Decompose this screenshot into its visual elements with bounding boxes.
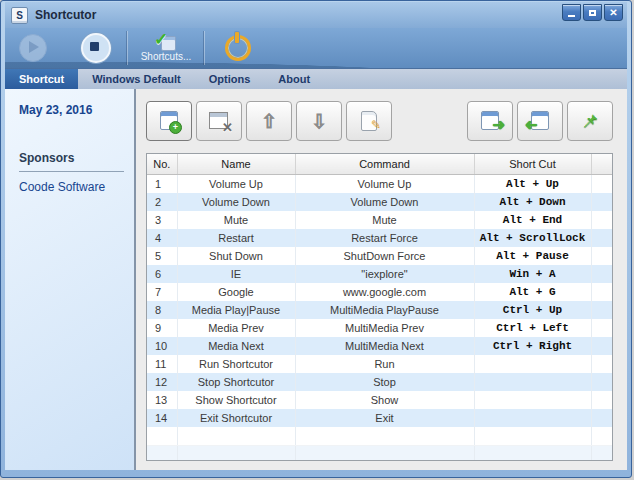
table-row[interactable]: 7Googlewww.google.comAlt + G — [147, 283, 613, 301]
stop-button[interactable] — [81, 33, 111, 63]
delete-icon: ✕ — [208, 111, 230, 131]
edit-shortcut-button[interactable]: ✎ — [346, 101, 392, 141]
row-command: Volume Down — [295, 193, 474, 211]
play-button[interactable] — [19, 34, 47, 62]
row-name: Shut Down — [177, 247, 295, 265]
export-button[interactable]: ➜ — [467, 101, 513, 141]
table-row[interactable]: 5Shut DownShutDown ForceAlt + Pause — [147, 247, 613, 265]
tab-about[interactable]: About — [264, 69, 324, 89]
power-icon — [235, 32, 239, 43]
row-shortcut — [474, 391, 591, 409]
table-row[interactable]: 13Show ShortcutorShow — [147, 391, 613, 409]
row-command: Exit — [295, 409, 474, 427]
row-command: Run — [295, 355, 474, 373]
pin-icon: 📌︎ — [581, 111, 599, 132]
table-row[interactable]: 6IE"iexplore"Win + A — [147, 265, 613, 283]
import-button[interactable]: ➜ — [517, 101, 563, 141]
row-extra — [591, 355, 613, 373]
pin-button[interactable]: 📌︎ — [567, 101, 613, 141]
edit-button-group: + ✕ ⇧ ⇩ ✎ — [146, 101, 392, 141]
header-no: No. — [147, 154, 177, 175]
row-extra — [591, 229, 613, 247]
close-icon: ✕ — [609, 7, 617, 18]
row-no: 13 — [147, 391, 177, 409]
io-button-group: ➜ ➜ 📌︎ — [467, 101, 613, 141]
table-row[interactable]: 12Stop ShortcutorStop — [147, 373, 613, 391]
table-row[interactable]: 2Volume DownVolume DownAlt + Down — [147, 193, 613, 211]
empty-row — [147, 427, 613, 446]
row-shortcut: Ctrl + Right — [474, 337, 591, 355]
current-date: May 23, 2016 — [19, 103, 134, 117]
empty-row — [147, 446, 613, 462]
tab-options[interactable]: Options — [195, 69, 265, 89]
row-extra — [591, 373, 613, 391]
row-no: 6 — [147, 265, 177, 283]
row-no: 5 — [147, 247, 177, 265]
export-icon: ➜ — [479, 111, 501, 131]
row-shortcut — [474, 355, 591, 373]
app-window: S Shortcutor ✕ ✓ Shortcuts... Shortcut W… — [0, 0, 632, 478]
toolbar-separator — [204, 31, 205, 65]
row-name: Google — [177, 283, 295, 301]
row-no: 4 — [147, 229, 177, 247]
maximize-icon — [589, 10, 596, 16]
row-no: 2 — [147, 193, 177, 211]
header-extra — [591, 154, 613, 175]
table-row[interactable]: 9Media PrevMultiMedia PrevCtrl + Left — [147, 319, 613, 337]
power-button[interactable] — [225, 35, 251, 61]
title-bar[interactable]: S Shortcutor ✕ — [5, 2, 627, 28]
row-no: 11 — [147, 355, 177, 373]
row-command: Show — [295, 391, 474, 409]
header-shortcut: Short Cut — [474, 154, 591, 175]
table-row[interactable]: 10Media NextMultiMedia NextCtrl + Right — [147, 337, 613, 355]
table-row[interactable]: 1Volume UpVolume UpAlt + Up — [147, 175, 613, 194]
row-no: 9 — [147, 319, 177, 337]
shortcut-table[interactable]: No. Name Command Short Cut 1Volume UpVol… — [146, 153, 613, 461]
row-extra — [591, 337, 613, 355]
row-no: 8 — [147, 301, 177, 319]
row-shortcut — [474, 373, 591, 391]
header-name: Name — [177, 154, 295, 175]
shortcuts-button[interactable]: ✓ Shortcuts... — [134, 29, 198, 67]
shortcuts-check-icon: ✓ — [156, 35, 176, 51]
tab-windows-default[interactable]: Windows Default — [78, 69, 195, 89]
row-shortcut: Win + A — [474, 265, 591, 283]
move-down-button[interactable]: ⇩ — [296, 101, 342, 141]
row-extra — [591, 283, 613, 301]
shortcut-table-body: 1Volume UpVolume UpAlt + Up2Volume DownV… — [147, 175, 613, 462]
row-command: "iexplore" — [295, 265, 474, 283]
row-command: MultiMedia Prev — [295, 319, 474, 337]
close-button[interactable]: ✕ — [604, 4, 623, 21]
add-shortcut-button[interactable]: + — [146, 101, 192, 141]
row-no: 7 — [147, 283, 177, 301]
row-name: Volume Up — [177, 175, 295, 194]
tab-shortcut[interactable]: Shortcut — [5, 69, 78, 89]
row-extra — [591, 319, 613, 337]
table-row[interactable]: 8Media Play|PauseMultiMedia PlayPauseCtr… — [147, 301, 613, 319]
sponsor-link[interactable]: Coode Software — [19, 180, 134, 194]
table-row[interactable]: 4RestartRestart ForceAlt + ScrollLock — [147, 229, 613, 247]
row-name: IE — [177, 265, 295, 283]
move-up-button[interactable]: ⇧ — [246, 101, 292, 141]
sponsors-heading: Sponsors — [19, 151, 134, 165]
delete-shortcut-button[interactable]: ✕ — [196, 101, 242, 141]
maximize-button[interactable] — [583, 4, 602, 21]
row-name: Exit Shortcutor — [177, 409, 295, 427]
table-row[interactable]: 3MuteMuteAlt + End — [147, 211, 613, 229]
row-name: Run Shortcutor — [177, 355, 295, 373]
table-row[interactable]: 11Run ShortcutorRun — [147, 355, 613, 373]
row-no: 1 — [147, 175, 177, 194]
row-name: Restart — [177, 229, 295, 247]
row-no: 3 — [147, 211, 177, 229]
row-no: 10 — [147, 337, 177, 355]
row-extra — [591, 409, 613, 427]
row-name: Stop Shortcutor — [177, 373, 295, 391]
row-command: Restart Force — [295, 229, 474, 247]
import-icon: ➜ — [529, 111, 551, 131]
row-shortcut: Alt + End — [474, 211, 591, 229]
row-extra — [591, 193, 613, 211]
minimize-icon — [568, 15, 575, 17]
table-row[interactable]: 14Exit ShortcutorExit — [147, 409, 613, 427]
minimize-button[interactable] — [562, 4, 581, 21]
row-no: 14 — [147, 409, 177, 427]
